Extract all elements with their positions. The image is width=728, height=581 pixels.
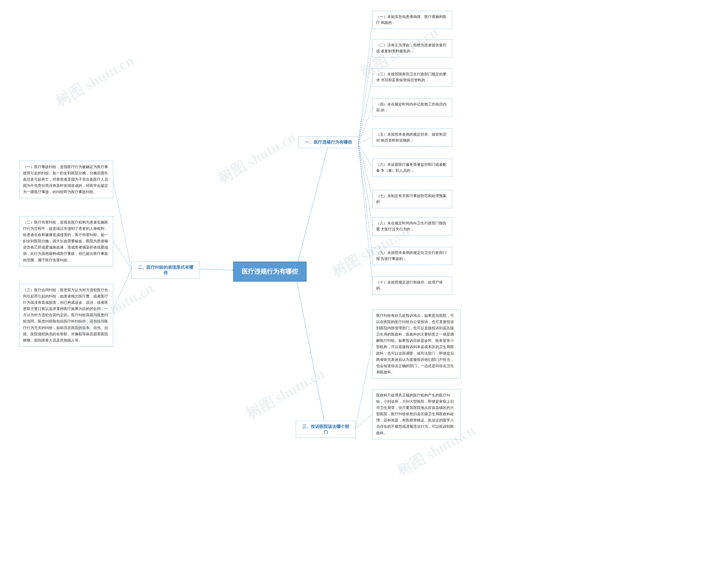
- box-r6: （六）未设置医疗服务质量监控部门或者配备 专（兼）职人员的；: [372, 159, 452, 177]
- box-r3: （三）未按照国务院卫生行政部门规定的要求 书写和妥善保管病历资料的；: [372, 68, 452, 86]
- center-node: 医疗违规行为有哪些: [233, 262, 307, 282]
- box-r4: （四）未在规定时间内补记抢救工作病历内容 的；: [372, 98, 452, 116]
- box-br2: 医政科只处理具正规的医疗机构产生的医疗纠纷，小到诊所，大到大型医院，即便是审批上…: [372, 389, 461, 439]
- box-r8: （八）未在规定时间内向卫生行政部门报告重 大医疗过失行为的；: [372, 217, 452, 235]
- box-l1: （一）医疗事故纠纷，是指医疗行为被确定为医疗事故而引起的纠纷。如一妇女到医院分娩…: [19, 161, 113, 198]
- watermark-6: 树图 shutu.cn: [242, 364, 328, 424]
- box-r10: （十）未按照规定进行和保存、处理尸体的。: [372, 276, 452, 295]
- box-r5: （五）未按照本条例的规定封存、保管和启封 病历资料和实物的；: [372, 129, 452, 147]
- box-r7: （七）未制定有关医疗事故防范和处理预案的: [372, 190, 452, 208]
- box-l2: （二）医疗伤害纠纷，是指在医疗机构为患者实施医疗行为过程中，故意或过失侵犯了患者…: [19, 216, 113, 266]
- box-r2: （二）没有正当理由，拒绝为患者提供复印或 者复制资料服务的；: [372, 39, 452, 57]
- box-br1: 医疗纠纷有好几处投诉地点，如果是在医院，可以在医院的医疗纠纷办公室投诉，也可直接…: [372, 310, 461, 378]
- center-label: 医疗违规行为有哪些: [242, 268, 298, 275]
- branch3-label: 三、投诉医院该去哪个部门: [296, 421, 356, 438]
- box-r9: （九）未按照本条例的规定向卫生行政部门报 告医疗事故的；: [372, 247, 452, 265]
- box-r1: （一）未如实告知患者病情、医疗措施和医疗 风险的；: [372, 11, 452, 29]
- branch2-label: 二、医疗纠纷的表现形式有哪些: [131, 262, 200, 279]
- branch1-label: 一、医疗违规行为有哪些: [298, 136, 358, 148]
- box-l3: （三）医疗合同纠纷，医患双方认为对方违犯医疗合同引起而引起的纠纷，如患者拖欠医疗…: [19, 284, 113, 347]
- watermark-1: 树图 shutu.cn: [52, 51, 137, 111]
- content-layer: 树图 shutu.cn 树图 shutu.cn 树图 shutu.cn 树图 s…: [0, 0, 728, 581]
- watermark-2: 树图 shutu.cn: [214, 127, 300, 188]
